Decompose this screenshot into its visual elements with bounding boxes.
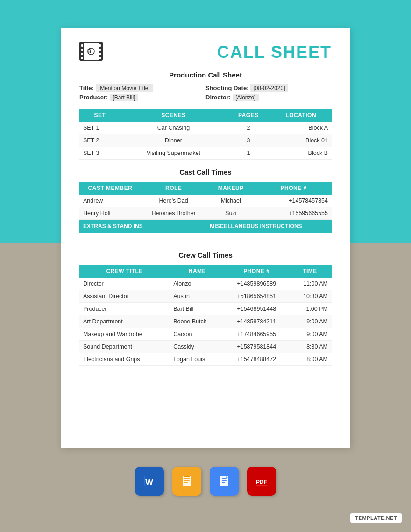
table-cell: Logan Louis — [170, 353, 225, 366]
svg-rect-19 — [184, 480, 190, 481]
cast-col-makeup: MAKEUP — [206, 182, 255, 195]
table-cell: +15478488472 — [225, 353, 288, 366]
header-row: B CALL SHEET — [79, 42, 332, 63]
title-info: Title: [Mention Movie Title] — [79, 84, 206, 92]
title-value: [Mention Movie Title] — [96, 84, 153, 92]
table-cell: 9:00 AM — [288, 315, 332, 328]
svg-text:W: W — [145, 477, 153, 487]
table-row: SET 3Visiting Supermarket1Block B — [79, 147, 332, 160]
film-icon: B — [79, 42, 103, 63]
table-cell: Car Chasing — [120, 122, 227, 134]
svg-rect-7 — [99, 44, 101, 47]
table-row: ProducerBart Bill+154689514481:00 PM — [79, 303, 332, 315]
extras-row: EXTRAS & STAND INS MISCELLANEOUS INSTRUC… — [79, 220, 332, 233]
table-cell: Cassidy — [170, 341, 225, 353]
table-cell: +14578457854 — [255, 195, 332, 207]
table-cell: Block 01 — [270, 134, 332, 147]
table-row: Makeup and WardrobeCarson+174846659559:0… — [79, 328, 332, 341]
table-cell: Visiting Supermarket — [120, 147, 227, 160]
table-row: SET 2Dinner3Block 01 — [79, 134, 332, 147]
table-row: SET 1Car Chasing2Block A — [79, 122, 332, 134]
word-icon[interactable]: W — [135, 467, 164, 496]
table-cell: Bart Bill — [170, 303, 225, 315]
sets-col-set: SET — [79, 109, 120, 122]
cast-table: CAST MEMBER ROLE MAKEUP PHONE # AndrewHe… — [79, 182, 332, 233]
table-cell: 8:00 AM — [288, 353, 332, 366]
template-badge: TEMPLATE.NET — [350, 513, 402, 523]
cast-col-phone: PHONE # — [255, 182, 332, 195]
table-cell: Dinner — [120, 134, 227, 147]
sets-table: SET SCENES PAGES LOCATION SET 1Car Chasi… — [79, 109, 332, 160]
table-row: Art DepartmentBoone Butch+148587842119:0… — [79, 315, 332, 328]
table-cell: Director — [79, 278, 170, 290]
table-cell: Art Department — [79, 315, 170, 328]
cast-col-member: CAST MEMBER — [79, 182, 141, 195]
table-cell: 11:00 AM — [288, 278, 332, 290]
crew-header-row: CREW TITLE NAME PHONE # TIME — [79, 265, 332, 278]
svg-rect-5 — [81, 53, 83, 55]
table-row: Sound DepartmentCassidy+158795818448:30 … — [79, 341, 332, 353]
sets-col-scenes: SCENES — [120, 109, 227, 122]
svg-rect-20 — [184, 482, 188, 483]
shooting-date-info: Shooting Date: [08-02-2020] — [206, 84, 332, 92]
director-label: Director: — [206, 94, 231, 101]
svg-rect-24 — [222, 480, 227, 481]
table-row: Electricians and GripsLogan Louis+154784… — [79, 353, 332, 366]
table-cell: 8:30 AM — [288, 341, 332, 353]
table-cell: +51865654851 — [225, 290, 288, 303]
table-cell: Suzi — [206, 207, 255, 220]
docs-icon[interactable] — [210, 467, 239, 496]
svg-rect-23 — [222, 478, 227, 479]
table-row: DirectorAlonzo+1485989658911:00 AM — [79, 278, 332, 290]
sets-col-pages: PAGES — [227, 109, 270, 122]
table-cell: SET 1 — [79, 122, 120, 134]
table-cell: Henry Holt — [79, 207, 141, 220]
table-cell: Producer — [79, 303, 170, 315]
table-cell: +15595665555 — [255, 207, 332, 220]
director-info: Director: [Alonzo] — [206, 94, 332, 101]
table-cell: Michael — [206, 195, 255, 207]
crew-table: CREW TITLE NAME PHONE # TIME DirectorAlo… — [79, 265, 332, 366]
pdf-icon[interactable]: PDF — [247, 467, 276, 496]
svg-rect-15 — [144, 476, 145, 486]
table-cell: Sound Department — [79, 341, 170, 353]
table-cell: +15468951448 — [225, 303, 288, 315]
cast-section-title: Cast Call Times — [79, 168, 332, 176]
table-cell: +14858784211 — [225, 315, 288, 328]
table-cell: 3 — [227, 134, 270, 147]
svg-rect-6 — [81, 57, 83, 59]
table-cell: SET 2 — [79, 134, 120, 147]
producer-value: [Bart Bill] — [110, 94, 138, 101]
shooting-date-value: [08-02-2020] — [250, 84, 288, 92]
svg-rect-3 — [81, 44, 83, 47]
table-cell: Andrew — [79, 195, 141, 207]
sets-header-row: SET SCENES PAGES LOCATION — [79, 109, 332, 122]
crew-section-title: Crew Call Times — [79, 251, 332, 259]
table-cell: 1:00 PM — [288, 303, 332, 315]
table-row: AndrewHero's DadMichael+14578457854 — [79, 195, 332, 207]
table-cell: Carson — [170, 328, 225, 341]
table-cell: Hero's Dad — [141, 195, 206, 207]
table-cell: Boone Butch — [170, 315, 225, 328]
svg-rect-28 — [256, 485, 267, 486]
title-label: Title: — [79, 84, 94, 92]
production-section-title: Production Call Sheet — [79, 71, 332, 79]
producer-label: Producer: — [79, 94, 108, 101]
misc-label: MISCELLANEOUS INSTRUCTIONS — [206, 220, 332, 233]
table-row: Henry HoltHeroines BrotherSuzi+155956655… — [79, 207, 332, 220]
svg-rect-18 — [184, 478, 190, 479]
table-cell: Makeup and Wardrobe — [79, 328, 170, 341]
call-sheet-paper: B CALL SHEET Production Call Sheet Title… — [61, 28, 350, 448]
extras-label: EXTRAS & STAND INS — [79, 220, 206, 233]
table-cell: Assistant Director — [79, 290, 170, 303]
table-cell: Austin — [170, 290, 225, 303]
table-cell: 9:00 AM — [288, 328, 332, 341]
crew-col-name: NAME — [170, 265, 225, 278]
pages-icon[interactable] — [172, 467, 201, 496]
crew-col-title: CREW TITLE — [79, 265, 170, 278]
svg-rect-25 — [222, 482, 225, 483]
table-row: Assistant DirectorAustin+5186565485110:3… — [79, 290, 332, 303]
svg-rect-10 — [99, 57, 101, 59]
svg-rect-8 — [99, 49, 101, 51]
table-cell: 1 — [227, 147, 270, 160]
